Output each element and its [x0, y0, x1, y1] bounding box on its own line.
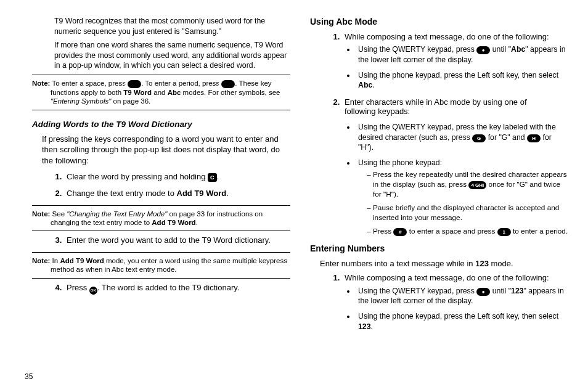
heading-entering-numbers: Entering Numbers: [310, 243, 568, 255]
mode-key-icon: ●: [476, 288, 490, 296]
steps-list: Clear the word by pressing and holding C…: [32, 171, 290, 199]
ok-key-icon: OK: [89, 287, 97, 295]
numbers-bullet-qwerty: Using the QWERTY keypad, press ● until "…: [356, 286, 568, 306]
abc-bullet-qwerty-keys: Using the QWERTY keypad, press the key l…: [356, 122, 568, 153]
one-key-icon: 1: [497, 228, 511, 236]
note-space-period: Note: To enter a space, press #. To ente…: [32, 79, 290, 106]
divider: [32, 205, 290, 206]
step-3: Enter the word you want to add to the T9…: [64, 235, 290, 246]
note-add-t9-mode: Note: In Add T9 Word mode, you enter a w…: [32, 256, 290, 274]
t9-para-2: If more than one word shares the same nu…: [54, 40, 290, 71]
step-1: Clear the word by pressing and holding C…: [64, 171, 290, 182]
heading-using-abc: Using Abc Mode: [310, 16, 568, 28]
abc-step-2-cont: following keypads:: [345, 106, 568, 117]
abc-step-1: While composing a text message, do one o…: [342, 31, 568, 91]
divider: [32, 278, 290, 279]
divider: [32, 231, 290, 231]
numbers-bullets: Using the QWERTY keypad, press ● until "…: [345, 286, 568, 332]
subheading-adding-words: Adding Words to the T9 Word Dictionary: [32, 119, 290, 130]
divider: [32, 252, 290, 253]
t9-para-1: T9 Word recognizes that the most commonl…: [54, 16, 290, 36]
numbers-intro: Enter numbers into a text message while …: [320, 258, 568, 269]
phone-keypad-dashes: Press the key repeatedly until the desir…: [358, 170, 568, 237]
t9-intro-block: T9 Word recognizes that the most commonl…: [54, 16, 290, 71]
left-column: T9 Word recognizes that the most commonl…: [20, 16, 290, 385]
note-label: Note:: [32, 257, 50, 264]
abc-bullets-1: Using the QWERTY keypad, press ● until "…: [345, 44, 568, 90]
abc-bullet-qwerty: Using the QWERTY keypad, press ● until "…: [356, 44, 568, 65]
one-key-icon: 1: [221, 80, 235, 88]
c-key-icon: C: [208, 173, 217, 182]
steps-list-cont: Enter the word you want to add to the T9…: [32, 235, 290, 246]
abc-step-2: Enter characters while in Abc mode by us…: [342, 97, 568, 237]
manual-page: T9 Word recognizes that the most commonl…: [0, 0, 588, 392]
divider: [32, 75, 290, 75]
note-label: Note:: [32, 80, 50, 87]
pound-key-icon: #: [393, 228, 407, 236]
note-change-mode: Note: See "Changing the Text Entry Mode"…: [32, 210, 290, 227]
dash-repeat-key: Press the key repeatedly until the desir…: [367, 170, 568, 200]
numbers-bullet-phone: Using the phone keypad, press the Left s…: [356, 311, 568, 332]
abc-bullets-2: Using the QWERTY keypad, press the key l…: [345, 122, 568, 237]
g-key-icon: G: [472, 134, 486, 142]
abc-steps: While composing a text message, do one o…: [310, 31, 568, 237]
abc-bullet-phone: Using the phone keypad, press the Left s…: [356, 70, 568, 91]
divider: [32, 110, 290, 110]
note-label: Note:: [32, 210, 50, 218]
step-2: Change the text entry mode to Add T9 Wor…: [64, 188, 290, 199]
pound-key-icon: #: [128, 80, 141, 88]
mode-key-icon: ●: [476, 46, 490, 54]
step-4: Press OK. The word is added to the T9 di…: [64, 282, 290, 295]
dash-pause: Pause briefly and the displayed characte…: [367, 203, 568, 223]
right-column: Using Abc Mode While composing a text me…: [310, 16, 568, 385]
numbers-steps: While composing a text message, do one o…: [310, 272, 568, 332]
h-key-icon: H: [527, 134, 541, 142]
abc-bullet-phone-keypad: Using the phone keypad: Press the key re…: [356, 158, 568, 237]
steps-list-cont2: Press OK. The word is added to the T9 di…: [32, 282, 290, 295]
page-number: 35: [25, 372, 33, 381]
adding-words-intro: If pressing the keys corresponding to a …: [42, 134, 290, 166]
dash-space-period: Press # to enter a space and press 1 to …: [367, 227, 568, 237]
four-ghi-key-icon: 4 GHI: [468, 181, 486, 189]
numbers-step-1: While composing a text message, do one o…: [342, 272, 568, 332]
